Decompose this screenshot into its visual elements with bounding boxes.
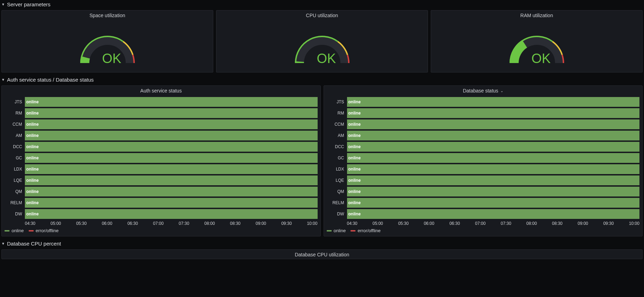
status-row-label: DCC — [5, 142, 25, 152]
x-axis-tick: 10:00 — [307, 221, 317, 226]
legend-swatch — [5, 230, 9, 232]
x-axis-tick: 04:30 — [25, 221, 35, 226]
database-cpu-utilization-panel[interactable]: Database CPU utilization — [1, 249, 643, 259]
status-row-bar[interactable]: online — [347, 142, 640, 152]
gauge-panel[interactable]: RAM utilization OK — [431, 10, 643, 72]
status-row-bar[interactable]: online — [347, 198, 640, 208]
x-axis-tick: 05:00 — [373, 221, 383, 226]
x-axis-tick: 09:00 — [256, 221, 266, 226]
status-row-bar[interactable]: online — [347, 164, 640, 174]
auth-service-status-panel[interactable]: Auth service status JTSonlineRMonlineCCM… — [1, 85, 321, 236]
status-row-bar[interactable]: online — [347, 119, 640, 129]
x-axis-tick: 09:00 — [577, 221, 588, 226]
gauge-panel[interactable]: Space utilization OK — [1, 10, 213, 72]
status-row-bar[interactable]: online — [25, 131, 318, 140]
status-row-value: online — [348, 111, 361, 116]
gauge: OK — [291, 30, 354, 69]
status-row-bar[interactable]: online — [347, 108, 640, 118]
section-header-db-cpu[interactable]: ▼ Database CPU percent — [0, 239, 644, 249]
gauge: OK — [76, 30, 139, 69]
status-row-label: AM — [5, 131, 25, 140]
status-row-value: online — [348, 144, 361, 149]
panel-title-text: Database status — [463, 88, 498, 94]
database-status-panel[interactable]: Database status ⌄ JTSonlineRMonlineCCMon… — [324, 85, 643, 236]
status-row-label: DW — [327, 209, 347, 219]
status-row-label: RM — [5, 108, 25, 118]
status-row-label: LQE — [327, 175, 347, 185]
legend-label: error/offline — [358, 228, 381, 233]
status-row-bar[interactable]: online — [347, 175, 640, 185]
status-row-value: online — [26, 144, 39, 149]
x-axis-tick: 04:30 — [347, 221, 358, 226]
section-title: Server parameters — [7, 1, 50, 7]
legend-swatch — [327, 230, 332, 232]
gauges-row: Space utilization OK CPU utilization OK … — [0, 10, 644, 75]
status-row-value: online — [26, 189, 39, 194]
status-row-value: online — [348, 133, 361, 138]
status-row-label: JTS — [5, 97, 25, 107]
status-row-value: online — [348, 156, 361, 160]
x-axis-tick: 10:00 — [629, 221, 639, 226]
chevron-down-icon: ▼ — [1, 242, 5, 246]
status-row-bar[interactable]: online — [25, 142, 318, 152]
status-row-bar[interactable]: online — [347, 187, 640, 196]
status-row-label: RELM — [5, 198, 25, 208]
panel-title: Space utilization — [2, 11, 213, 20]
x-axis: 04:3005:0005:3006:0006:3007:0007:3008:00… — [347, 221, 640, 226]
x-axis-tick: 09:30 — [603, 221, 614, 226]
legend-swatch — [29, 230, 34, 232]
status-row-label: DW — [5, 209, 25, 219]
x-axis-tick: 08:00 — [205, 221, 215, 226]
status-grid: JTSonlineRMonlineCCMonlineAMonlineDCConl… — [5, 97, 318, 219]
legend-item[interactable]: error/offline — [29, 228, 59, 233]
status-row-bar[interactable]: online — [25, 153, 318, 163]
status-row-bar[interactable]: online — [347, 153, 640, 163]
status-row-label: RELM — [327, 198, 347, 208]
legend-item[interactable]: error/offline — [351, 228, 381, 233]
gauge-panel[interactable]: CPU utilization OK — [216, 10, 428, 72]
status-row-bar[interactable]: online — [25, 119, 318, 129]
status-row-bar[interactable]: online — [25, 198, 318, 208]
status-row-value: online — [26, 111, 39, 116]
status-row-label: DCC — [327, 142, 347, 152]
x-axis-tick: 09:30 — [281, 221, 292, 226]
status-row-value: online — [348, 178, 361, 183]
legend-label: online — [334, 228, 346, 233]
chevron-down-icon[interactable]: ⌄ — [500, 89, 503, 93]
section-header-server-parameters[interactable]: ▼ Server parameters — [0, 0, 644, 10]
status-row-bar[interactable]: online — [347, 97, 640, 107]
section-title: Auth service status / Database status — [7, 77, 94, 83]
x-axis-tick: 07:30 — [501, 221, 511, 226]
status-row: Auth service status JTSonlineRMonlineCCM… — [0, 85, 644, 239]
gauge: OK — [505, 30, 568, 69]
section-header-auth-db[interactable]: ▼ Auth service status / Database status — [0, 75, 644, 85]
status-row-label: LQE — [5, 175, 25, 185]
legend-swatch — [351, 230, 355, 232]
status-row-bar[interactable]: online — [25, 175, 318, 185]
status-row-bar[interactable]: online — [25, 209, 318, 219]
legend-label: error/offline — [36, 228, 59, 233]
x-axis: 04:3005:0005:3006:0006:3007:0007:3008:00… — [25, 221, 318, 226]
legend: onlineerror/offline — [327, 228, 640, 233]
x-axis-tick: 05:30 — [76, 221, 86, 226]
gauge-status-text: OK — [317, 51, 336, 66]
chevron-down-icon: ▼ — [1, 2, 5, 6]
status-row-bar[interactable]: online — [25, 164, 318, 174]
status-row-label: CCM — [5, 119, 25, 129]
x-axis-tick: 08:30 — [552, 221, 562, 226]
status-row-bar[interactable]: online — [347, 209, 640, 219]
status-row-bar[interactable]: online — [25, 108, 318, 118]
status-row-bar[interactable]: online — [25, 97, 318, 107]
x-axis-tick: 08:30 — [230, 221, 241, 226]
gauge-svg: OK — [291, 30, 354, 68]
panel-title: Database CPU utilization — [2, 250, 642, 259]
x-axis-tick: 07:30 — [179, 221, 189, 226]
status-row-label: LDX — [5, 164, 25, 174]
legend-item[interactable]: online — [5, 228, 24, 233]
legend-item[interactable]: online — [327, 228, 346, 233]
status-row-value: online — [348, 122, 361, 127]
status-row-bar[interactable]: online — [25, 187, 318, 196]
gauge-svg: OK — [76, 30, 139, 68]
chevron-down-icon: ▼ — [1, 78, 5, 82]
status-row-bar[interactable]: online — [347, 131, 640, 140]
